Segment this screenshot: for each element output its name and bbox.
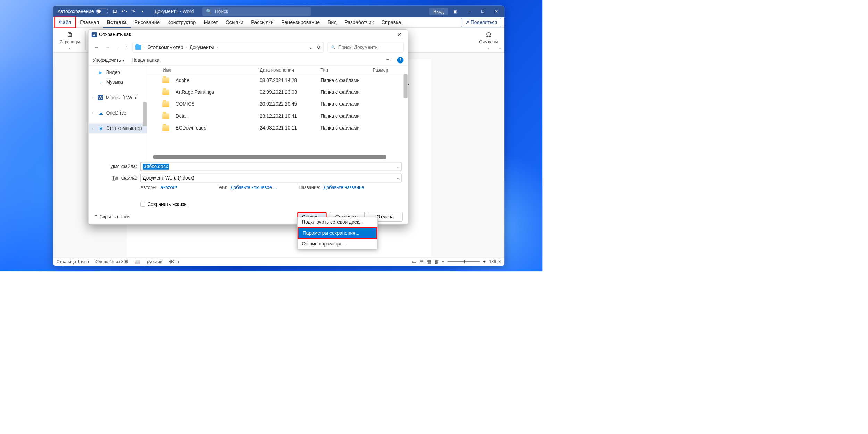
word-count[interactable]: Слово 45 из 309 — [95, 259, 128, 264]
breadcrumb-item[interactable]: Этот компьютер — [148, 44, 183, 50]
close-icon[interactable]: ✕ — [393, 30, 405, 39]
file-row[interactable]: EGDownloads24.03.2021 10:11Папка с файла… — [147, 122, 408, 134]
zoom-level[interactable]: 136 % — [489, 259, 501, 264]
filetype-select[interactable]: Документ Word (*.docx)⌄ — [140, 174, 401, 182]
thumbnails-checkbox[interactable]: Сохранять эскизы — [95, 201, 401, 207]
web-layout-icon[interactable]: ▩ — [434, 259, 439, 264]
chevron-down-icon[interactable]: ⌄ — [397, 176, 399, 180]
tab-help[interactable]: Справка — [377, 17, 405, 27]
hide-folders-button[interactable]: ⌃Скрыть папки — [94, 214, 130, 219]
help-icon[interactable]: ? — [397, 57, 404, 63]
organize-button[interactable]: Упорядочить ▾ — [93, 57, 124, 63]
search-box[interactable]: 🔍 — [202, 7, 311, 16]
chevron-right-icon[interactable]: › — [92, 96, 95, 99]
zoom-out-icon[interactable]: − — [442, 259, 444, 264]
dropdown-item-general-options[interactable]: Общие параметры... — [298, 239, 377, 249]
file-row[interactable]: COMICS20.02.2022 20:45Папка с файлами — [147, 98, 408, 110]
sidebar-item-onedrive[interactable]: ›☁OneDrive — [88, 108, 147, 118]
file-row[interactable]: Adobe08.07.2021 14:28Папка с файлами — [147, 74, 408, 86]
tab-draw[interactable]: Рисование — [131, 17, 164, 27]
column-name[interactable]: Имя ⌃ — [151, 67, 260, 72]
tab-file[interactable]: Файл — [54, 17, 76, 28]
tab-review[interactable]: Рецензирование — [277, 17, 324, 27]
sidebar-item-this-pc[interactable]: ›🖥Этот компьютер — [88, 124, 147, 134]
symbols-group[interactable]: Ω Символы ⌄ — [476, 30, 501, 50]
page-status[interactable]: Страница 1 из 5 — [57, 259, 89, 264]
tab-view[interactable]: Вид — [324, 17, 341, 27]
column-type[interactable]: Тип — [320, 67, 373, 72]
recent-chevron-icon[interactable]: ⌄ — [115, 44, 120, 50]
filename-input[interactable]: Зябко.docx⌄ — [140, 162, 401, 171]
authors-value[interactable]: akozoriz — [161, 185, 178, 190]
language-status[interactable]: русский — [147, 259, 162, 264]
word-icon: W — [92, 32, 97, 37]
tab-design[interactable]: Конструктор — [164, 17, 200, 27]
chevron-down-icon[interactable]: ⌄ — [309, 44, 312, 50]
tab-layout[interactable]: Макет — [200, 17, 222, 27]
tags-input[interactable]: Добавьте ключевое ... — [231, 185, 277, 190]
onedrive-icon: ☁ — [98, 110, 103, 116]
print-layout-icon[interactable]: ▦ — [427, 259, 431, 264]
login-button[interactable]: Вход — [429, 8, 448, 15]
folder-icon — [162, 89, 169, 95]
search-files[interactable]: 🔍 — [328, 42, 404, 52]
up-icon[interactable]: ↑ — [124, 43, 129, 51]
file-row[interactable]: Detail23.12.2021 10:41Папка с файлами — [147, 110, 408, 122]
breadcrumb-item[interactable]: Документы — [190, 44, 214, 50]
autosave-toggle[interactable]: Автосохранение — [58, 9, 108, 14]
ribbon-display-icon[interactable]: ▣ — [449, 7, 461, 16]
read-mode-icon[interactable]: ▤ — [419, 259, 424, 264]
sidebar-item-music[interactable]: ♪Музыка — [88, 77, 147, 87]
tools-dropdown: Подключить сетевой диск... Параметры сох… — [297, 217, 377, 249]
zoom-in-icon[interactable]: + — [483, 259, 486, 264]
search-input[interactable] — [215, 9, 308, 14]
tab-insert[interactable]: Вставка — [103, 17, 131, 28]
new-folder-button[interactable]: Новая папка — [132, 57, 159, 63]
maximize-icon[interactable]: ☐ — [477, 7, 489, 16]
scrollbar-horizontal[interactable] — [153, 155, 386, 159]
pages-group[interactable]: 🗎 Страницы ⌄ — [57, 30, 83, 50]
redo-icon[interactable]: ↷ — [128, 7, 137, 16]
file-row[interactable]: ArtRage Paintings02.09.2021 23:03Папка с… — [147, 86, 408, 98]
tab-references[interactable]: Ссылки — [222, 17, 247, 27]
minimize-icon[interactable]: ─ — [463, 7, 475, 16]
column-date[interactable]: Дата изменения — [260, 67, 320, 72]
focus-mode-icon[interactable]: ▭ — [412, 259, 416, 264]
share-button[interactable]: ↗Поделиться — [461, 18, 501, 27]
chevron-down-icon[interactable]: ⌄ — [397, 165, 399, 168]
column-size[interactable]: Размер — [373, 67, 403, 72]
dropdown-item-network-drive[interactable]: Подключить сетевой диск... — [298, 217, 377, 227]
spellcheck-icon[interactable]: 📖 — [135, 259, 140, 264]
title-label: Название: — [299, 185, 320, 190]
qat-more-icon[interactable]: ▾ — [138, 7, 147, 16]
toggle-switch[interactable] — [96, 9, 108, 14]
search-files-input[interactable] — [338, 44, 400, 50]
dialog-titlebar: W Сохранить как ✕ — [88, 30, 408, 40]
address-bar[interactable]: › Этот компьютер › Документы › ⌄ ⟳ — [133, 42, 324, 52]
chevron-right-icon[interactable]: › — [92, 111, 95, 115]
tab-mailings[interactable]: Рассылки — [247, 17, 277, 27]
undo-icon[interactable]: ↶▾ — [119, 7, 128, 16]
collapse-ribbon-icon[interactable]: ⌃ — [499, 47, 501, 51]
zoom-slider[interactable] — [447, 261, 480, 262]
refresh-icon[interactable]: ⟳ — [317, 44, 321, 50]
scrollbar[interactable] — [404, 74, 408, 98]
view-mode-button[interactable]: ≡ ▾ — [386, 57, 392, 63]
save-icon[interactable]: 🖫 — [110, 7, 119, 16]
sidebar-item-video[interactable]: ▶Видео — [88, 67, 147, 77]
tab-developer[interactable]: Разработчик — [341, 17, 377, 27]
close-icon[interactable]: ✕ — [491, 7, 502, 16]
forward-icon[interactable]: → — [104, 43, 111, 51]
dropdown-item-save-options[interactable]: Параметры сохранения... — [298, 227, 377, 239]
ribbon-tabs: Файл Главная Вставка Рисование Конструкт… — [53, 17, 504, 28]
sidebar-item-word[interactable]: ›WMicrosoft Word — [88, 93, 147, 103]
back-icon[interactable]: ← — [93, 43, 100, 51]
scrollbar[interactable] — [143, 102, 147, 126]
title-input[interactable]: Добавьте название — [324, 185, 364, 190]
checkbox-icon[interactable] — [140, 202, 145, 207]
dialog-nav: ← → ⌄ ↑ › Этот компьютер › Документы › ⌄… — [88, 40, 408, 55]
accessibility-icon[interactable]: �ோ — [169, 259, 180, 264]
dialog-title: Сохранить как — [99, 32, 131, 37]
tab-home[interactable]: Главная — [76, 17, 103, 27]
chevron-right-icon[interactable]: › — [92, 127, 95, 130]
